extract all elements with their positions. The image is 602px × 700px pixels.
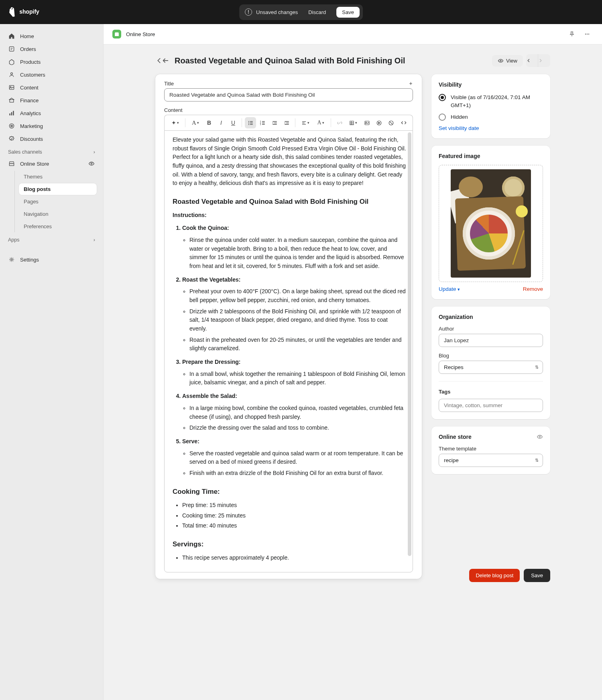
- update-image[interactable]: Update ▾: [439, 286, 460, 292]
- chevron-down-icon: ▾: [458, 287, 460, 292]
- view-button[interactable]: View: [492, 55, 523, 67]
- remove-image[interactable]: Remove: [523, 286, 543, 292]
- nav-label: Orders: [20, 46, 36, 52]
- nav-label: Finance: [20, 97, 39, 103]
- select-value: recipe: [444, 457, 459, 463]
- title-input[interactable]: [164, 88, 413, 101]
- pin-button[interactable]: [566, 28, 578, 40]
- svg-rect-26: [262, 122, 265, 123]
- featured-image: [451, 169, 531, 278]
- nav-label: Marketing: [20, 123, 43, 129]
- steps-list: Cook the Quinoa:Rinse the quinoa under c…: [182, 224, 406, 478]
- nav-orders[interactable]: Orders: [4, 43, 99, 55]
- tb-paragraph[interactable]: A▾: [188, 117, 203, 128]
- nav-content[interactable]: Content: [4, 81, 99, 94]
- servings-heading: Servings:: [173, 539, 406, 550]
- svg-point-10: [12, 126, 12, 126]
- tb-italic[interactable]: I: [216, 117, 227, 128]
- finance-icon: [8, 97, 15, 104]
- save-button-top[interactable]: Save: [336, 7, 360, 18]
- tb-video[interactable]: [373, 117, 384, 128]
- select-caret-icon: ⇅: [535, 458, 539, 463]
- author-input[interactable]: [439, 334, 543, 347]
- store-icon: [8, 160, 15, 167]
- template-select[interactable]: recipe⇅: [439, 454, 543, 467]
- nav-products[interactable]: Products: [4, 55, 99, 68]
- svg-rect-32: [285, 121, 289, 122]
- organization-card: Organization Author Blog Recipes⇅ T: [431, 306, 550, 419]
- sales-channels-header[interactable]: Sales channels ›: [4, 145, 99, 157]
- sub-themes[interactable]: Themes: [19, 171, 97, 183]
- svg-rect-5: [9, 114, 10, 116]
- tb-bold[interactable]: B: [203, 117, 215, 128]
- nav-online-store[interactable]: Online Store: [4, 157, 99, 170]
- editor-card: Title ✦ Content ✦▾ A▾ B I U: [155, 74, 422, 579]
- svg-point-14: [587, 34, 588, 34]
- nav-marketing[interactable]: Marketing: [4, 120, 99, 132]
- nav-label: Customers: [20, 72, 45, 78]
- set-visibility-date[interactable]: Set visibility date: [439, 125, 543, 131]
- tb-indent[interactable]: [281, 117, 292, 128]
- back-button[interactable]: [162, 57, 169, 64]
- nav-settings[interactable]: Settings: [4, 253, 99, 266]
- nav-analytics[interactable]: Analytics: [4, 107, 99, 120]
- tb-magic[interactable]: ✦▾: [168, 117, 182, 128]
- svg-point-19: [248, 122, 249, 123]
- tb-table[interactable]: ▾: [346, 117, 360, 128]
- apps-header[interactable]: Apps ›: [4, 233, 99, 245]
- tb-align[interactable]: ▾: [298, 117, 313, 128]
- select-caret-icon: ⇅: [535, 365, 539, 370]
- sub-pages[interactable]: Pages: [19, 196, 97, 207]
- nav-home[interactable]: Home: [4, 30, 99, 43]
- template-label: Theme template: [439, 446, 543, 452]
- nav-label: Online Store: [20, 161, 49, 167]
- shopify-logo: shopify: [8, 7, 47, 17]
- chevron-right-icon: ›: [94, 237, 95, 243]
- svg-rect-34: [285, 124, 289, 125]
- nav-discounts[interactable]: Discounts: [4, 132, 99, 145]
- footer-actions: Delete blog post Save: [431, 569, 550, 582]
- tags-input[interactable]: [439, 399, 543, 412]
- visibility-hidden[interactable]: Hidden: [439, 113, 543, 121]
- sub-navigation[interactable]: Navigation: [19, 208, 97, 220]
- eye-icon[interactable]: [537, 434, 543, 440]
- sidebar: Home Orders Products Customers Content F…: [0, 24, 104, 700]
- prev-record[interactable]: [526, 54, 538, 67]
- scrollbar[interactable]: [408, 132, 411, 556]
- tb-image[interactable]: [361, 117, 372, 128]
- svg-point-40: [366, 122, 366, 123]
- eye-icon[interactable]: [88, 160, 95, 167]
- visibility-visible[interactable]: Visible (as of 7/16/2024, 7:01 AM GMT+1): [439, 93, 543, 109]
- tb-link[interactable]: [334, 117, 345, 128]
- servings-list: This recipe serves approximately 4 peopl…: [182, 554, 406, 562]
- rte-body[interactable]: Elevate your salad game with this Roaste…: [164, 130, 413, 572]
- svg-text:shopify: shopify: [19, 8, 39, 15]
- products-icon: [8, 58, 15, 65]
- title-row: Roasted Vegetable and Quinoa Salad with …: [155, 54, 550, 67]
- featured-image-wrap[interactable]: [439, 165, 543, 282]
- more-button[interactable]: [581, 28, 593, 40]
- svg-point-43: [539, 436, 540, 437]
- tb-outdent[interactable]: [269, 117, 280, 128]
- discard-button[interactable]: Discard: [303, 7, 331, 18]
- svg-rect-36: [302, 122, 305, 123]
- tb-color[interactable]: A▾: [313, 117, 328, 128]
- tb-bullet-list[interactable]: [245, 117, 256, 128]
- orders-icon: [8, 45, 15, 53]
- marketing-icon: [8, 122, 15, 130]
- sub-preferences[interactable]: Preferences: [19, 221, 97, 232]
- nav-customers[interactable]: Customers: [4, 68, 99, 81]
- ai-sparkle-icon[interactable]: ✦: [409, 81, 413, 87]
- sub-blog-posts[interactable]: Blog posts: [19, 183, 97, 195]
- save-button-bottom[interactable]: Save: [524, 569, 550, 582]
- nav-finance[interactable]: Finance: [4, 94, 99, 107]
- tb-clear[interactable]: [385, 117, 397, 128]
- svg-point-13: [585, 34, 586, 34]
- blog-select[interactable]: Recipes⇅: [439, 361, 543, 374]
- delete-blog-post[interactable]: Delete blog post: [469, 569, 520, 582]
- unsaved-changes-bar: ! Unsaved changes Discard Save: [239, 4, 363, 20]
- tb-underline[interactable]: U: [228, 117, 239, 128]
- tb-code-view[interactable]: [398, 117, 409, 128]
- tb-numbered-list[interactable]: 123: [257, 117, 268, 128]
- discounts-icon: [8, 135, 15, 142]
